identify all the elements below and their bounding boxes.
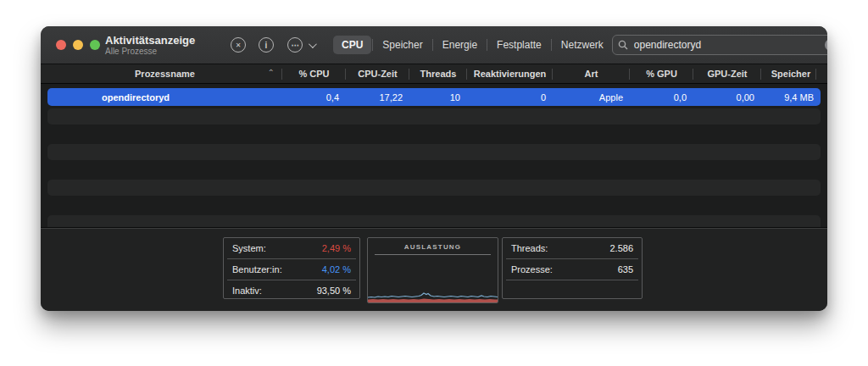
column-header-gpu-zeit[interactable]: GPU-Zeit [693, 64, 761, 83]
search-input[interactable] [632, 38, 825, 52]
inspect-process-button[interactable]: i [259, 37, 274, 53]
cell-gpu-zeit: 0,00 [693, 92, 761, 103]
sort-ascending-icon: ⌃ [268, 68, 275, 77]
stat-row-inaktiv: Inaktiv: 93,50 % [227, 280, 356, 301]
cell-gpu: 0,0 [630, 92, 693, 103]
column-header-gpu[interactable]: % GPU [630, 64, 693, 83]
stat-label: Inaktiv: [232, 286, 262, 296]
stat-label: Threads: [511, 243, 548, 253]
process-table-body[interactable]: opendirectoryd 0,4 17,22 10 0 Apple 0,0 … [41, 84, 827, 228]
stat-row-benutzer: Benutzer:in: 4,02 % [227, 259, 356, 280]
graph-title: AUSLASTUNG [368, 238, 498, 251]
stat-row-threads: Threads: 2.586 [506, 238, 638, 259]
table-header: Prozessname ⌃ % CPU CPU-Zeit Threads Rea… [41, 64, 827, 84]
tab-energie[interactable]: Energie [434, 36, 486, 54]
column-header-threads[interactable]: Threads [409, 64, 467, 83]
ellipsis-icon: ⋯ [292, 41, 299, 50]
column-header-art[interactable]: Art [553, 64, 630, 83]
stat-row-prozesse: Prozesse: 635 [506, 259, 638, 280]
clear-search-button[interactable]: ✕ [825, 39, 827, 51]
info-icon: i [265, 41, 268, 50]
tab-speicher[interactable]: Speicher [374, 36, 431, 54]
tab-separator [551, 39, 552, 51]
cell-reaktivierungen: 0 [467, 92, 553, 103]
window-title: Aktivitätsanzeige [105, 34, 217, 47]
column-header-cpu-zeit[interactable]: CPU-Zeit [346, 64, 409, 83]
empty-row-stripe [47, 108, 821, 125]
cell-threads: 10 [409, 92, 467, 103]
stat-label: System: [232, 243, 266, 253]
cell-cpu-zeit: 17,22 [346, 92, 409, 103]
cpu-usage-graph [368, 280, 498, 302]
stat-value: 93,50 % [317, 286, 351, 296]
quit-process-icon: ✕ [236, 42, 242, 49]
tab-cpu[interactable]: CPU [333, 36, 371, 54]
activity-monitor-window: Aktivitätsanzeige Alle Prozesse ✕ i ⋯ CP… [41, 26, 827, 311]
toolbar-actions: ✕ i ⋯ [231, 37, 314, 53]
empty-row-stripe [47, 144, 821, 160]
titlebar: Aktivitätsanzeige Alle Prozesse ✕ i ⋯ CP… [41, 26, 827, 64]
stat-label: Benutzer:in: [232, 264, 282, 274]
cpu-summary-panel: System: 2,49 % Benutzer:in: 4,02 % Inakt… [41, 228, 827, 311]
column-header-reaktivierungen[interactable]: Reaktivierungen [467, 64, 553, 83]
stat-value: 4,02 % [322, 264, 351, 274]
view-tabs: CPU Speicher Energie Festplatte Netzwerk [333, 36, 612, 54]
cell-art: Apple [553, 92, 630, 103]
process-stats-box: Threads: 2.586 Prozesse: 635 [502, 237, 643, 299]
fullscreen-window-button[interactable] [90, 40, 100, 50]
cell-cpu: 0,4 [282, 92, 346, 103]
quit-process-button[interactable]: ✕ [231, 37, 246, 53]
system-load-series [368, 299, 498, 303]
tab-separator [487, 39, 487, 51]
chevron-down-icon[interactable] [309, 40, 317, 48]
cell-speicher: 9,4 MB [761, 92, 821, 103]
user-load-series [368, 293, 498, 297]
minimize-window-button[interactable] [73, 40, 83, 50]
window-subtitle: Alle Prozesse [105, 47, 217, 57]
more-options-button[interactable]: ⋯ [287, 37, 303, 53]
search-field[interactable]: ✕ [612, 35, 827, 55]
title-block: Aktivitätsanzeige Alle Prozesse [105, 34, 217, 57]
cell-prozessname: opendirectoryd [47, 92, 282, 103]
column-header-speicher[interactable]: Speicher [761, 64, 821, 83]
column-header-prozessname[interactable]: Prozessname ⌃ [47, 64, 282, 83]
tab-separator [372, 39, 373, 51]
tab-separator [432, 39, 433, 51]
column-header-cpu[interactable]: % CPU [282, 64, 346, 83]
tab-netzwerk[interactable]: Netzwerk [553, 36, 612, 54]
stat-value: 2.586 [609, 243, 633, 253]
stat-value: 2,49 % [322, 243, 351, 253]
stat-value: 635 [618, 264, 633, 274]
close-window-button[interactable] [56, 40, 66, 50]
tab-festplatte[interactable]: Festplatte [488, 36, 550, 54]
table-row-selected[interactable]: opendirectoryd 0,4 17,22 10 0 Apple 0,0 … [47, 88, 821, 106]
stat-label: Prozesse: [511, 264, 553, 274]
graph-divider [375, 254, 491, 255]
empty-row-stripe [47, 180, 821, 196]
cpu-usage-graph-box: AUSLASTUNG [367, 237, 498, 303]
window-controls [56, 40, 100, 50]
cpu-load-box: System: 2,49 % Benutzer:in: 4,02 % Inakt… [223, 237, 360, 299]
empty-row-stripe [47, 215, 821, 228]
search-icon [618, 40, 628, 50]
stat-row-system: System: 2,49 % [227, 238, 356, 259]
